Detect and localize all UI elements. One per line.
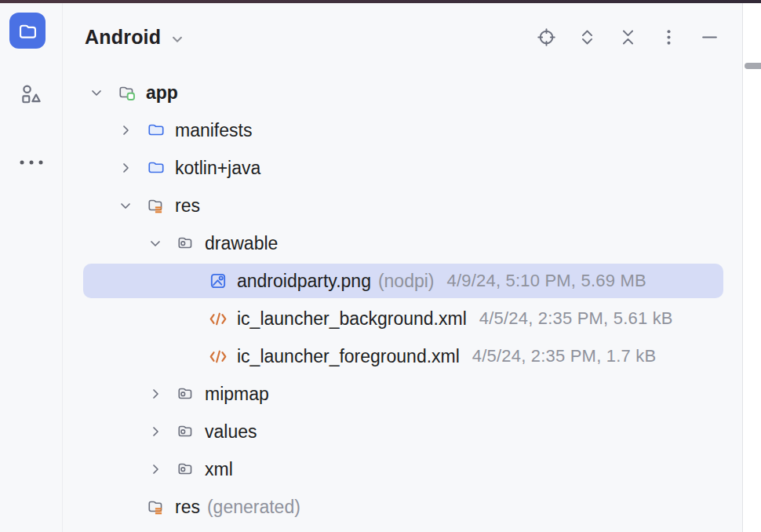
chevron-down-icon[interactable]: [111, 191, 140, 220]
resource-manager-button[interactable]: [16, 80, 46, 110]
chevron-down-icon[interactable]: [82, 78, 111, 107]
tree-row-ic-launcher-background[interactable]: ic_launcher_background.xml 4/5/24, 2:35 …: [63, 300, 742, 337]
window-top-edge: [0, 0, 761, 3]
hide-tool-window-button[interactable]: [697, 24, 722, 49]
editor-area-edge: [742, 3, 761, 532]
chevron-down-icon[interactable]: [169, 31, 186, 48]
tree-item-metadata: 4/5/24, 2:35 PM, 5.61 kB: [479, 308, 673, 329]
view-selector[interactable]: Android: [85, 26, 161, 49]
project-tool-window: Android: [63, 3, 742, 532]
drawable-folder-icon: [177, 422, 195, 441]
tree-row-kotlin-java[interactable]: kotlin+java: [63, 149, 742, 187]
tree-row-res[interactable]: res: [63, 187, 742, 224]
tree-item-label: app: [146, 82, 178, 104]
tree-item-label: ic_launcher_background.xml: [237, 308, 467, 330]
header-actions: [533, 24, 722, 49]
locate-target-icon: [535, 26, 558, 49]
android-module-folder-icon: [118, 83, 137, 102]
chevron-right-icon[interactable]: [140, 454, 170, 484]
tree-item-label: mipmap: [205, 384, 269, 405]
tree-row-values[interactable]: values: [63, 413, 742, 450]
tree-row-androidparty-png[interactable]: androidparty.png (nodpi) 4/9/24, 5:10 PM…: [63, 262, 742, 300]
expand-all-button[interactable]: [574, 24, 599, 49]
tree-item-qualifier: (generated): [207, 497, 300, 518]
collapse-all-icon: [617, 26, 639, 49]
tree-item-label: values: [205, 421, 257, 443]
image-file-icon: [209, 271, 228, 290]
collapse-all-button[interactable]: [615, 24, 640, 49]
tree-item-metadata: 4/5/24, 2:35 PM, 1.7 kB: [472, 346, 657, 366]
more-options-button[interactable]: [656, 24, 681, 49]
blue-folder-icon: [147, 159, 166, 177]
tree-item-label: drawable: [205, 233, 278, 254]
more-tool-windows-button[interactable]: [16, 148, 46, 177]
tree-item-qualifier: (nodpi): [378, 271, 435, 292]
tree-row-manifests[interactable]: manifests: [63, 111, 742, 149]
chevron-right-icon[interactable]: [140, 379, 170, 409]
tree-row-mipmap[interactable]: mipmap: [63, 375, 742, 413]
tree-item-label: xml: [205, 459, 233, 480]
tree-item-label: kotlin+java: [175, 158, 260, 179]
tree-item-label: manifests: [175, 120, 252, 141]
drawable-folder-icon: [177, 460, 195, 479]
resource-folder-icon: [147, 196, 166, 215]
resource-folder-icon: [147, 497, 166, 516]
xml-file-icon: [209, 347, 228, 366]
tree-row-drawable[interactable]: drawable: [63, 224, 742, 262]
tree-item-label: androidparty.png: [237, 271, 371, 292]
chevron-down-icon[interactable]: [140, 228, 170, 258]
chevron-right-icon[interactable]: [140, 417, 170, 446]
blue-folder-icon: [147, 121, 166, 140]
scrollbar-thumb[interactable]: [745, 63, 761, 69]
resource-manager-icon: [18, 82, 45, 108]
tree-item-label: res: [175, 195, 200, 217]
tree-item-label: res: [175, 497, 200, 518]
more-horizontal-icon: [17, 158, 46, 167]
chevron-right-icon[interactable]: [111, 115, 140, 145]
drawable-folder-icon: [177, 234, 195, 253]
chevron-right-icon[interactable]: [111, 153, 140, 183]
project-panel-header: Android: [63, 3, 742, 71]
tree-row-xml[interactable]: xml: [63, 450, 742, 488]
folder-icon: [17, 20, 38, 42]
expand-all-icon: [576, 26, 599, 49]
activity-bar: [0, 3, 63, 532]
xml-file-icon: [209, 309, 228, 328]
minus-icon: [698, 26, 721, 49]
select-opened-file-button[interactable]: [533, 24, 559, 49]
tree-item-label: ic_launcher_foreground.xml: [237, 346, 460, 367]
kebab-vertical-icon: [657, 26, 680, 49]
tree-row-ic-launcher-foreground[interactable]: ic_launcher_foreground.xml 4/5/24, 2:35 …: [63, 337, 742, 375]
drawable-folder-icon: [177, 384, 195, 403]
tree-row-app[interactable]: app: [63, 74, 742, 111]
tree-row-res-generated[interactable]: res (generated): [63, 488, 742, 526]
project-tool-window-button[interactable]: [9, 13, 46, 49]
project-tree: app manifests kotlin+jav: [63, 74, 742, 526]
tree-item-metadata: 4/9/24, 5:10 PM, 5.69 MB: [447, 271, 646, 291]
